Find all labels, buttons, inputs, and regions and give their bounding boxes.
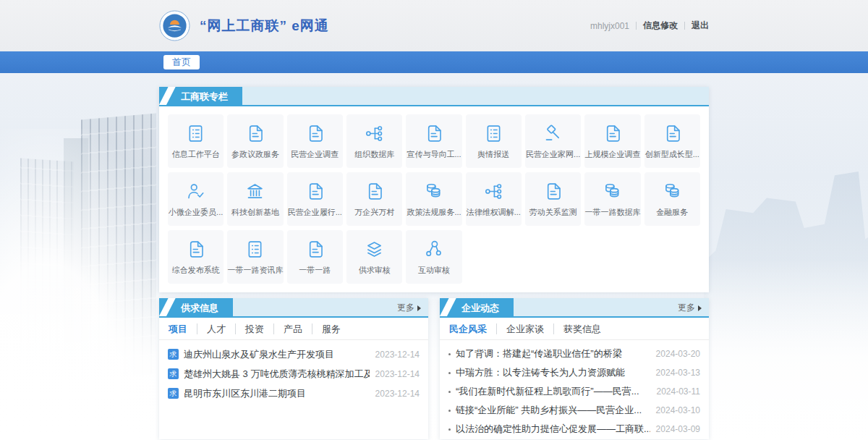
demand-badge: 求 [168,349,179,360]
app-entry-card[interactable]: 一带一路数据库 [584,172,640,226]
user-check-icon [185,181,206,202]
app-entry-label: 综合发布系统 [172,265,220,276]
app-entry-card[interactable]: 民营企业履行... [287,172,343,226]
app-entry-card[interactable]: 创新型成长型... [644,114,700,168]
list-icon [244,239,265,260]
news-item-title: 链接“企业所能” 共助乡村振兴——民营企业... [456,404,650,417]
bullet-icon [448,353,451,355]
app-entry-card[interactable]: 劳动关系监测 [525,172,581,226]
supply-tab[interactable]: 人才 [197,323,235,334]
news-tab[interactable]: 企业家谈 [496,323,553,334]
app-entry-label: 互动审核 [418,265,450,276]
site-title: “网上工商联” e网通 [200,17,329,35]
enterprise-news-title: 企业动态 [440,298,514,316]
news-item[interactable]: 知了背调：搭建起“传递职业信任”的桥梁 2024-03-20 [448,344,700,363]
app-entry-card[interactable]: 民营企业调查 [287,114,343,168]
doc-icon [305,123,326,144]
app-entry-card[interactable]: 小微企业委员... [168,172,224,226]
supply-item[interactable]: 求 迪庆州山泉水及矿泉水生产开发项目 2023-12-14 [168,344,420,364]
app-entry-card[interactable]: 供求审核 [346,230,402,284]
list-icon [483,123,504,144]
supply-item-date: 2023-12-14 [375,389,420,399]
news-item-date: 2024-03-13 [656,368,700,378]
app-entry-label: 民营企业履行... [288,207,342,218]
special-column-header: 工商联专栏 [159,87,709,106]
gavel-icon [542,123,563,144]
username-label: mhlyjx001 [590,21,629,31]
share-icon [423,239,444,260]
org-chart-icon [483,181,504,202]
list-icon [185,123,206,144]
app-entry-card[interactable]: 组织数据库 [346,114,402,168]
app-entry-card[interactable]: 万企兴万村 [346,172,402,226]
app-entry-label: 科技创新基地 [231,207,279,218]
site-logo-icon [159,10,190,41]
org-chart-icon [364,123,385,144]
app-entry-card[interactable]: 信息工作平台 [168,114,224,168]
logout-link[interactable]: 退出 [692,20,709,32]
supply-item-title: 昆明市东川区东川港二期项目 [184,387,370,400]
supply-demand-title: 供求信息 [159,298,233,316]
app-entry-card[interactable]: 金融服务 [644,172,700,226]
bullet-icon [448,372,451,374]
supply-tab[interactable]: 项目 [168,323,197,334]
app-entry-label: 宣传与导向工... [407,149,461,160]
app-entry-label: 政策法规服务... [407,207,461,218]
app-entry-card[interactable]: 综合发布系统 [168,230,224,284]
app-entry-card[interactable]: 科技创新基地 [227,172,283,226]
doc-icon [542,181,563,202]
special-column-title: 工商联专栏 [159,87,242,105]
news-item[interactable]: 以法治的确定性助力提信心促发展——工商联... 2024-03-09 [448,420,700,439]
bank-icon [244,181,265,202]
news-tabbar: 民企风采 企业家谈 获奖信息 [440,318,709,340]
supply-item[interactable]: 求 昆明市东川区东川港二期项目 2023-12-14 [168,384,420,403]
divider [636,22,637,30]
news-item-date: 2024-03-10 [656,405,700,415]
main-navbar: 首页 [0,51,868,73]
news-item-title: 中瑞方胜：以专注铸专长为人力资源赋能 [456,366,650,379]
news-more-link[interactable]: 更多 [678,298,709,316]
app-entry-card[interactable]: 宣传与导向工... [406,114,461,168]
app-entry-card[interactable]: 互动审核 [406,230,461,284]
app-entry-card[interactable]: 民营企业家网... [525,114,581,168]
supply-tab[interactable]: 产品 [273,323,312,334]
layers-icon [364,239,385,260]
app-entry-label: 一带一路资讯库 [227,265,283,276]
supply-more-link[interactable]: 更多 [397,298,428,316]
supply-demand-header: 供求信息 更多 [159,298,428,318]
news-item-date: 2024-03-11 [657,386,701,397]
supply-demand-panel: 供求信息 更多 项目 人才 投资 产品 服务 [159,298,428,439]
news-item-title: “我们在新时代新征程上凯歌而行”——民营... [456,385,651,398]
enterprise-news-header: 企业动态 更多 [440,298,709,318]
supply-item[interactable]: 求 楚雄州大姚县 3 万吨优质薄壳核桃精深加工及科... 2023-12-14 [168,364,420,384]
doc-icon [423,123,444,144]
app-entry-card[interactable]: 一带一路资讯库 [227,230,283,284]
app-entry-card[interactable]: 法律维权调解... [466,172,522,226]
news-item[interactable]: 中瑞方胜：以专注铸专长为人力资源赋能 2024-03-13 [448,363,700,382]
news-item[interactable]: “我们在新时代新征程上凯歌而行”——民营... 2024-03-11 [448,382,700,401]
app-entry-label: 劳动关系监测 [529,207,577,218]
demand-badge: 求 [168,368,179,379]
top-header: “网上工商联” e网通 mhlyjx001 信息修改 退出 [0,0,868,51]
user-bar: mhlyjx001 信息修改 退出 [590,20,709,32]
supply-tab[interactable]: 投资 [235,323,273,334]
app-entry-label: 舆情报送 [477,149,509,160]
app-entry-card[interactable]: 政策法规服务... [406,172,461,226]
doc-icon [244,123,265,144]
home-nav-button[interactable]: 首页 [163,55,200,69]
edit-info-link[interactable]: 信息修改 [643,20,678,32]
news-item-date: 2024-03-20 [656,349,700,359]
supply-tab[interactable]: 服务 [312,323,350,334]
app-entry-card[interactable]: 上规模企业调查 [584,114,640,168]
news-item-date: 2024-03-09 [656,424,700,434]
supply-item-title: 楚雄州大姚县 3 万吨优质薄壳核桃精深加工及科... [184,368,370,381]
app-entry-card[interactable]: 舆情报送 [466,114,522,168]
app-entry-card[interactable]: 参政议政服务 [227,114,283,168]
page: “网上工商联” e网通 mhlyjx001 信息修改 退出 首页 工商联专栏 [0,0,868,440]
news-tab[interactable]: 民企风采 [448,323,496,334]
demand-badge: 求 [168,388,179,399]
news-tab[interactable]: 获奖信息 [553,323,610,334]
news-item[interactable]: 链接“企业所能” 共助乡村振兴——民营企业... 2024-03-10 [448,401,700,420]
app-entry-card[interactable]: 一带一路 [287,230,343,284]
coins-icon [602,181,623,202]
